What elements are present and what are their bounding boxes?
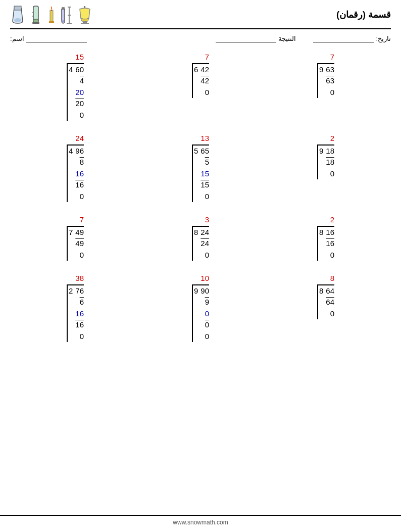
problem-4: 24 4 96 8 16 16 0 xyxy=(15,133,135,202)
quotient: 15 xyxy=(67,52,84,63)
quotient: 3 xyxy=(192,214,209,226)
divisor: 9 xyxy=(319,64,325,76)
work-rem2: 0 xyxy=(205,331,209,343)
divisor: 8 xyxy=(319,227,325,238)
dividend: 96 xyxy=(75,146,84,157)
svg-point-12 xyxy=(62,20,65,22)
work-sub1: 9 xyxy=(205,297,209,308)
work-sub: 18 xyxy=(326,157,334,168)
work-sub: 16 xyxy=(326,238,334,250)
svg-rect-1 xyxy=(14,6,21,10)
work-sub1: 8 xyxy=(75,157,84,168)
quotient: 38 xyxy=(67,273,84,284)
divisor: 9 xyxy=(319,146,325,157)
page-title: قسمة (رقمان) xyxy=(336,9,391,20)
footer: www.snowmath.com xyxy=(0,515,401,526)
problem-inner: 38 2 76 6 16 16 0 xyxy=(67,273,84,342)
dividend: 24 xyxy=(201,227,209,238)
graduated-cylinder-icon xyxy=(29,5,42,24)
dividend: 76 xyxy=(75,285,84,297)
beaker-icon xyxy=(10,5,25,24)
test-tube-icon xyxy=(61,5,72,24)
work-lines: 6 16 16 0 xyxy=(75,297,84,342)
score-label: النتيجة xyxy=(278,35,296,42)
divisor-dividend-box: 9 18 18 0 xyxy=(317,144,334,180)
work-sub: 63 xyxy=(326,75,334,87)
svg-rect-9 xyxy=(49,21,54,23)
work-sub: 49 xyxy=(75,238,84,250)
work-sub: 42 xyxy=(201,75,209,87)
divisor: 4 xyxy=(69,146,74,157)
work-lines: 9 0 0 0 xyxy=(205,297,209,342)
work-sub2: 0 xyxy=(205,319,209,331)
divisor-dividend-box: 2 76 6 16 16 0 xyxy=(67,284,84,343)
work-sub2: 16 xyxy=(75,319,84,331)
quotient: 2 xyxy=(317,133,334,144)
divisor-dividend-box: 9 90 9 0 0 0 xyxy=(192,284,209,343)
date-label: تاريخ: xyxy=(376,35,391,42)
divisor-dividend-box: 5 65 5 15 15 0 xyxy=(192,144,209,203)
work-rem2: 0 xyxy=(75,191,84,203)
problem-2: 7 6 42 42 0 xyxy=(140,52,261,121)
problem-8: 3 8 24 24 0 xyxy=(140,214,261,261)
dividend: 63 xyxy=(326,64,334,76)
divisor-dividend-box: 8 64 64 0 xyxy=(317,284,334,320)
name-section: اسم: xyxy=(10,34,87,42)
divisor-dividend-box: 7 49 49 0 xyxy=(67,226,84,261)
work-lines: 63 0 xyxy=(326,75,334,98)
quotient: 7 xyxy=(192,52,209,63)
problem-9: 2 8 16 16 0 xyxy=(266,214,386,261)
dividend: 60 xyxy=(75,64,84,76)
work-lines: 4 20 20 0 xyxy=(75,75,84,121)
work-lines: 49 0 xyxy=(75,238,84,261)
footer-url: www.snowmath.com xyxy=(173,519,228,526)
work-rem2: 0 xyxy=(75,331,84,343)
page: قسمة (رقمان) تاريخ: النتيجة اسم: 15 4 60 xyxy=(0,0,401,532)
divisor: 2 xyxy=(69,285,74,297)
work-sub: 64 xyxy=(326,297,334,308)
divisor: 8 xyxy=(194,227,199,238)
problem-inner: 24 4 96 8 16 16 0 xyxy=(67,133,84,202)
info-row: تاريخ: النتيجة اسم: xyxy=(10,34,391,42)
svg-point-2 xyxy=(14,18,21,22)
work-sub1: 4 xyxy=(75,75,84,87)
dividend: 42 xyxy=(201,64,209,76)
divisor-dividend-box: 8 24 24 0 xyxy=(192,226,209,261)
work-rem: 0 xyxy=(75,250,84,261)
divisor: 5 xyxy=(194,146,199,157)
work-sub: 24 xyxy=(201,238,209,250)
work-rem: 0 xyxy=(326,168,334,180)
divisor-dividend-box: 4 60 4 20 20 0 xyxy=(67,63,84,121)
problems-grid: 15 4 60 4 20 20 0 7 6 xyxy=(10,52,391,342)
work-rem: 0 xyxy=(201,87,209,99)
divisor: 7 xyxy=(69,227,74,238)
dividend: 18 xyxy=(326,146,334,157)
problem-inner: 2 8 16 16 0 xyxy=(317,214,334,261)
work-rem1: 15 xyxy=(201,168,209,180)
work-lines: 16 0 xyxy=(326,238,334,261)
work-lines: 8 16 16 0 xyxy=(75,157,84,202)
work-lines: 5 15 15 0 xyxy=(201,157,209,202)
quotient: 2 xyxy=(317,214,334,226)
header-icons xyxy=(10,5,94,24)
divisor: 4 xyxy=(69,64,74,76)
work-sub2: 15 xyxy=(201,179,209,191)
work-sub1: 6 xyxy=(75,297,84,308)
problem-6: 2 9 18 18 0 xyxy=(266,133,386,202)
work-rem1: 20 xyxy=(75,87,84,99)
svg-rect-5 xyxy=(32,22,39,24)
problem-inner: 7 7 49 49 0 xyxy=(67,214,84,261)
dividend: 49 xyxy=(75,227,84,238)
work-sub1: 5 xyxy=(201,157,209,168)
problem-3: 7 9 63 63 0 xyxy=(266,52,386,121)
problem-1: 15 4 60 4 20 20 0 xyxy=(15,52,135,121)
divisor-dividend-box: 4 96 8 16 16 0 xyxy=(67,144,84,203)
name-label: اسم: xyxy=(10,35,24,42)
lamp-icon xyxy=(76,5,94,24)
problem-inner: 3 8 24 24 0 xyxy=(192,214,209,261)
work-lines: 24 0 xyxy=(201,238,209,261)
problem-7: 7 7 49 49 0 xyxy=(15,214,135,261)
date-blank xyxy=(313,34,374,42)
problem-5: 13 5 65 5 15 15 0 xyxy=(140,133,261,202)
dividend: 16 xyxy=(326,227,334,238)
